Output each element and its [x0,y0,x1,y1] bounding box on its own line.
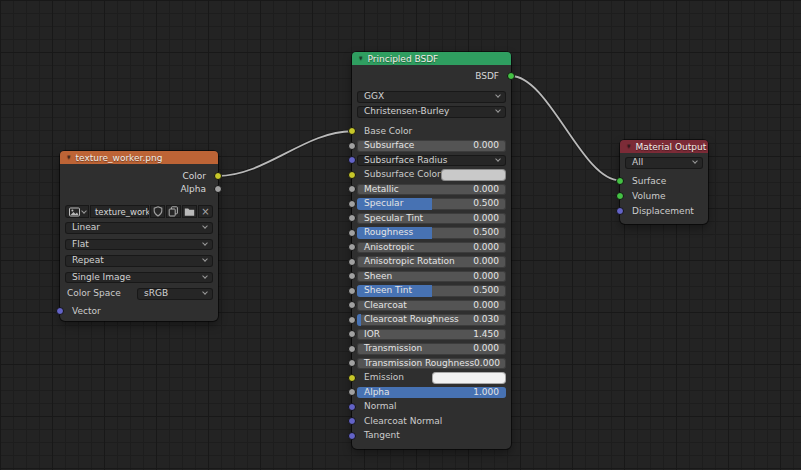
surface-input-socket[interactable] [616,177,624,185]
metallic-slider[interactable]: Metallic0.000 [357,184,506,196]
node-image-texture[interactable]: ▾ texture_worker.png ColorAlphatexture_w… [60,151,218,321]
node-link-wire [511,76,620,181]
node-header-material-output[interactable]: ▾ Material Output [620,140,708,153]
collapse-arrow-icon[interactable]: ▾ [359,55,363,62]
roughness-input-socket[interactable] [348,229,356,237]
alpha-input-socket[interactable] [348,388,356,396]
transmission-roughness-input-socket[interactable] [348,359,356,367]
clearcoat-roughness-slider[interactable]: Clearcoat Roughness0.030 [357,314,506,326]
emission-input-socket[interactable] [348,374,356,382]
bsdf-output-label: BSDF [475,71,499,81]
transmission-slider[interactable]: Transmission0.000 [357,343,506,355]
normal-input-label: Normal [364,401,397,411]
chevron-down-icon [202,289,208,295]
ior-input-socket[interactable] [348,330,356,338]
clearcoat-input-socket[interactable] [348,301,356,309]
displacement-input-socket[interactable] [616,207,624,215]
collapse-arrow-icon[interactable]: ▾ [627,143,631,150]
vector-input-label: Vector [72,306,101,316]
interpolation-dropdown[interactable]: Linear [65,222,213,234]
displacement-input-label: Displacement [632,206,694,216]
sheen-input-socket[interactable] [348,272,356,280]
color-output-label: Color [183,171,207,181]
sheen-tint-slider[interactable]: Sheen Tint0.500 [357,285,506,297]
subsurface-color-color-swatch[interactable] [441,169,506,181]
image-source-dropdown[interactable]: Single Image [65,272,213,284]
collapse-arrow-icon[interactable]: ▾ [67,154,71,161]
projection-dropdown[interactable]: Flat [65,239,213,251]
node-principled-bsdf[interactable]: ▾ Principled BSDF BSDFGGXChristensen-Bur… [352,52,511,449]
dropdown-value: Repeat [72,255,104,267]
transmission-input-socket[interactable] [348,345,356,353]
subsurface-radius-input-socket[interactable] [348,156,356,164]
unlink-x-button[interactable]: × [198,205,213,218]
fake-user-shield-button[interactable] [150,205,165,218]
chevron-down-icon [495,107,501,113]
color-space-label: Color Space [65,288,137,300]
subsurface-method-dropdown[interactable]: Christensen-Burley [357,106,506,118]
clearcoat-normal-input-socket[interactable] [348,417,356,425]
volume-input-socket[interactable] [616,192,624,200]
alpha-slider[interactable]: Alpha1.000 [357,387,506,399]
node-title: texture_worker.png [76,153,163,163]
clearcoat-roughness-input-socket[interactable] [348,316,356,324]
slider-label: Transmission Roughness [364,358,474,370]
normal-input-socket[interactable] [348,403,356,411]
surface-input-label: Surface [632,176,666,186]
subsurface-input-socket[interactable] [348,142,356,150]
sheen-slider[interactable]: Sheen0.000 [357,271,506,283]
distribution-dropdown[interactable]: GGX [357,91,506,103]
vector-input-socket[interactable] [56,307,64,315]
copy-datablock-button[interactable] [166,205,181,218]
image-name-field[interactable]: texture_worker.p... [90,205,149,218]
color-output-socket[interactable] [214,172,222,180]
open-image-folder-button[interactable] [182,205,197,218]
sheen-tint-input-socket[interactable] [348,287,356,295]
slider-label: Roughness [364,227,413,239]
dropdown-value: Flat [72,239,89,251]
ior-slider[interactable]: IOR1.450 [357,329,506,341]
image-browse-button[interactable] [65,205,89,218]
subsurface-color-input-socket[interactable] [348,171,356,179]
slider-value: 0.000 [473,271,499,283]
subsurface-radius-dropdown[interactable]: Subsurface Radius [357,155,506,167]
anisotropic-rotation-slider[interactable]: Anisotropic Rotation0.000 [357,256,506,268]
slider-label: Specular [364,198,403,210]
specular-tint-input-socket[interactable] [348,214,356,222]
emission-color-swatch[interactable] [432,372,507,384]
extension-dropdown[interactable]: Repeat [65,255,213,267]
roughness-slider[interactable]: Roughness0.500 [357,227,506,239]
anisotropic-input-socket[interactable] [348,243,356,251]
slider-label: Sheen Tint [364,285,412,297]
subsurface-color-label: Subsurface Color [357,169,441,181]
output-target-dropdown[interactable]: All [625,157,703,169]
slider-label: Subsurface [364,140,414,152]
subsurface-slider[interactable]: Subsurface0.000 [357,140,506,152]
slider-value: 0.500 [473,227,499,239]
node-header-image-texture[interactable]: ▾ texture_worker.png [60,151,218,164]
clearcoat-slider[interactable]: Clearcoat0.000 [357,300,506,312]
bsdf-output-socket[interactable] [507,72,515,80]
anisotropic-rotation-input-socket[interactable] [348,258,356,266]
alpha-output-socket[interactable] [214,185,222,193]
specular-slider[interactable]: Specular0.500 [357,198,506,210]
specular-input-socket[interactable] [348,200,356,208]
node-title: Material Output [636,142,707,152]
transmission-roughness-slider[interactable]: Transmission Roughness0.000 [357,358,506,370]
clearcoat-normal-input-label: Clearcoat Normal [364,416,442,426]
node-link-wire [218,131,352,176]
metallic-input-socket[interactable] [348,185,356,193]
tangent-input-socket[interactable] [348,432,356,440]
node-material-output[interactable]: ▾ Material Output AllSurfaceVolumeDispla… [620,140,708,224]
node-header-principled-bsdf[interactable]: ▾ Principled BSDF [352,52,511,65]
copy-datablock-icon [168,206,179,217]
slider-label: Metallic [364,184,399,196]
slider-label: Specular Tint [364,213,423,225]
specular-tint-slider[interactable]: Specular Tint0.000 [357,213,506,225]
slider-label: IOR [364,329,380,341]
color-space-dropdown[interactable]: sRGB [137,288,213,300]
base-color-input-socket[interactable] [348,127,356,135]
slider-value: 0.500 [473,198,499,210]
node-editor-canvas[interactable]: ▾ texture_worker.png ColorAlphatexture_w… [0,0,801,470]
anisotropic-slider[interactable]: Anisotropic0.000 [357,242,506,254]
